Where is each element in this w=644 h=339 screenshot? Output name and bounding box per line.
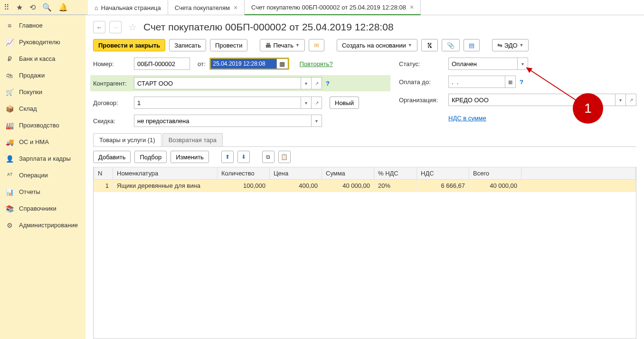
pick-button[interactable]: Подбор: [134, 151, 167, 163]
tab-home-label: Начальная страница: [101, 4, 161, 11]
help-icon[interactable]: ?: [326, 80, 330, 87]
dropdown-icon[interactable]: ▾: [616, 94, 626, 106]
edo-button[interactable]: ⇋ ЭДО▼: [492, 39, 529, 51]
repeat-link[interactable]: Повторять?: [300, 60, 333, 68]
move-up-button[interactable]: ⬆: [221, 151, 234, 163]
sidebar-label: Продажи: [19, 72, 45, 79]
history-icon[interactable]: ⟲: [29, 3, 36, 12]
sidebar-item-assets[interactable]: 🚚ОС и НМА: [0, 134, 85, 150]
col-vat-pct[interactable]: % НДС: [374, 167, 417, 180]
dropdown-icon[interactable]: ▾: [301, 97, 312, 109]
star-icon[interactable]: ★: [16, 3, 23, 12]
sidebar-item-catalogs[interactable]: 📚Справочники: [0, 200, 85, 217]
payuntil-input[interactable]: [448, 76, 505, 88]
copy-button[interactable]: ⧉: [262, 151, 275, 163]
col-vat[interactable]: НДС: [417, 167, 469, 180]
search-icon[interactable]: 🔍: [42, 3, 52, 12]
envelope-icon: ✉: [314, 42, 319, 49]
dropdown-icon[interactable]: ▾: [312, 115, 322, 127]
discount-input[interactable]: [134, 115, 312, 127]
status-label: Статус:: [399, 60, 445, 68]
calendar-icon[interactable]: ▦: [505, 76, 516, 88]
cell-vat-pct[interactable]: 20%: [374, 180, 417, 192]
table-row[interactable]: 1 Ящики деревянные для вина 100,000 400,…: [94, 180, 636, 192]
open-icon[interactable]: ↗: [626, 94, 636, 106]
post-and-close-button[interactable]: Провести и закрыть: [93, 39, 165, 51]
vat-mode-link[interactable]: НДС в сумме: [448, 115, 486, 122]
dropdown-icon[interactable]: ▾: [518, 58, 528, 70]
cell-sum[interactable]: 40 000,00: [322, 180, 374, 192]
close-icon[interactable]: ×: [410, 3, 414, 11]
sidebar-item-reports[interactable]: 📊Отчеты: [0, 184, 85, 200]
sidebar-item-sales[interactable]: 🛍Продажи: [0, 67, 85, 84]
page-title: Счет покупателю 00БП-000002 от 25.04.201…: [143, 21, 394, 33]
sidebar-item-stock[interactable]: 📦Склад: [0, 100, 85, 117]
sidebar-item-operations[interactable]: ᴬᵀОперации: [0, 167, 85, 184]
gear-icon: ⚙: [6, 222, 13, 229]
contract-input[interactable]: [134, 97, 301, 109]
cell-total[interactable]: 40 000,00: [469, 180, 521, 192]
save-button[interactable]: Записать: [169, 39, 206, 51]
sidebar-item-production[interactable]: 🏭Производство: [0, 117, 85, 134]
cell-qty[interactable]: 100,000: [218, 180, 270, 192]
col-price[interactable]: Цена: [270, 167, 322, 180]
annotation-badge: 1: [573, 93, 603, 124]
back-button[interactable]: ←: [93, 21, 105, 33]
tab-invoices[interactable]: Счета покупателям ×: [168, 0, 245, 15]
col-sum[interactable]: Сумма: [322, 167, 374, 180]
attach-button[interactable]: 📎: [442, 39, 460, 51]
create-based-button[interactable]: Создать на основании▼: [337, 39, 417, 51]
sidebar-item-purchases[interactable]: 🛒Покупки: [0, 84, 85, 100]
tab-home[interactable]: ⌂ Начальная страница: [88, 0, 168, 15]
cell-n[interactable]: 1: [94, 180, 113, 192]
number-input[interactable]: [134, 58, 190, 70]
calendar-icon[interactable]: ▦: [277, 58, 288, 69]
email-button[interactable]: ✉: [309, 39, 324, 51]
favorite-icon[interactable]: ☆: [128, 21, 137, 33]
bell-icon[interactable]: 🔔: [58, 3, 68, 12]
cell-vat[interactable]: 6 666,67: [417, 180, 469, 192]
close-icon[interactable]: ×: [234, 4, 237, 11]
sidebar-label: Отчеты: [19, 188, 40, 195]
sidebar-item-bank[interactable]: ₽Банк и касса: [0, 50, 85, 67]
sidebar-label: Производство: [19, 122, 59, 129]
cell-nom[interactable]: Ящики деревянные для вина: [113, 180, 218, 192]
forward-button[interactable]: →: [109, 21, 122, 33]
number-label: Номер:: [93, 60, 130, 68]
tab-tare[interactable]: Возвратная тара: [162, 133, 223, 146]
items-grid: N Номенклатура Количество Цена Сумма % Н…: [93, 167, 636, 339]
move-down-button[interactable]: ⬇: [237, 151, 250, 163]
help-icon[interactable]: ?: [520, 78, 523, 86]
structure-button[interactable]: ⛕: [421, 39, 438, 51]
col-n[interactable]: N: [94, 167, 113, 180]
paste-button[interactable]: 📋: [278, 151, 291, 163]
tab-invoices-label: Счета покупателям: [175, 4, 230, 11]
col-nomenclature[interactable]: Номенклатура: [113, 167, 218, 180]
report-button[interactable]: ▤: [464, 39, 480, 51]
edit-row-button[interactable]: Изменить: [170, 151, 209, 163]
home-icon: ⌂: [95, 4, 98, 11]
dropdown-icon[interactable]: ▾: [301, 77, 312, 89]
add-row-button[interactable]: Добавить: [93, 151, 131, 163]
new-contract-button[interactable]: Новый: [330, 97, 359, 109]
from-label: от:: [198, 60, 206, 68]
open-icon[interactable]: ↗: [312, 77, 322, 89]
sidebar-item-admin[interactable]: ⚙Администрирование: [0, 217, 85, 233]
cell-price[interactable]: 400,00: [270, 180, 322, 192]
contractor-input[interactable]: [134, 77, 301, 89]
tab-invoice-document[interactable]: Счет покупателю 00БП-000002 от 25.04.201…: [245, 0, 421, 15]
sidebar-label: Руководителю: [19, 39, 60, 46]
factory-icon: 🏭: [6, 122, 13, 129]
sidebar-item-hr[interactable]: 👤Зарплата и кадры: [0, 150, 85, 167]
tab-goods[interactable]: Товары и услуги (1): [93, 133, 161, 146]
col-qty[interactable]: Количество: [218, 167, 270, 180]
open-icon[interactable]: ↗: [312, 97, 322, 109]
sidebar-item-manager[interactable]: 📈Руководителю: [0, 34, 85, 50]
apps-icon[interactable]: ⠿: [4, 3, 9, 12]
date-input[interactable]: [210, 58, 277, 69]
post-button[interactable]: Провести: [210, 39, 248, 51]
sidebar-item-main[interactable]: ≡Главное: [0, 17, 85, 34]
col-total[interactable]: Всего: [469, 167, 521, 180]
print-button[interactable]: 🖶Печать▼: [260, 39, 305, 51]
status-input[interactable]: [448, 58, 518, 70]
